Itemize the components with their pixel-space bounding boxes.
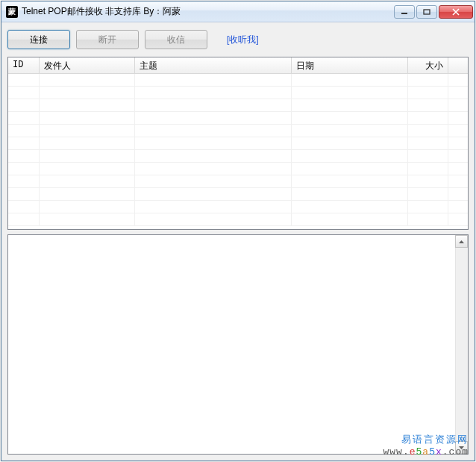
app-icon: 蒙 xyxy=(6,6,18,18)
list-row[interactable] xyxy=(8,112,468,125)
list-row[interactable] xyxy=(8,188,468,201)
column-header-date[interactable]: 日期 xyxy=(292,57,408,73)
scrollbar-vertical[interactable] xyxy=(455,235,468,454)
column-header-id[interactable]: ID xyxy=(8,57,40,73)
app-window: 蒙 Telnet POP邮件接收 非支持库 By：阿蒙 连接 断开 收信 [收听… xyxy=(1,1,475,461)
receive-button[interactable]: 收信 xyxy=(145,30,207,49)
column-header-size[interactable]: 大小 xyxy=(408,57,448,73)
disconnect-button[interactable]: 断开 xyxy=(76,30,139,49)
list-row[interactable] xyxy=(8,175,468,188)
maximize-button[interactable] xyxy=(416,5,437,19)
minimize-button[interactable] xyxy=(394,5,415,19)
list-row[interactable] xyxy=(8,137,468,150)
mail-listview[interactable]: ID 发件人 主题 日期 大小 xyxy=(7,57,469,230)
close-button[interactable] xyxy=(439,5,473,19)
list-row[interactable] xyxy=(8,213,468,226)
column-header-subject[interactable]: 主题 xyxy=(135,57,292,73)
listen-link[interactable]: [收听我] xyxy=(227,34,259,46)
column-header-sender[interactable]: 发件人 xyxy=(40,57,135,73)
message-textbox[interactable] xyxy=(8,235,468,454)
chevron-down-icon xyxy=(459,446,464,449)
svg-rect-1 xyxy=(424,10,430,14)
column-header-spacer xyxy=(448,57,468,73)
list-row[interactable] xyxy=(8,87,468,99)
list-row[interactable] xyxy=(8,201,468,213)
listview-body[interactable] xyxy=(8,74,468,229)
list-row[interactable] xyxy=(8,99,468,112)
minimize-icon xyxy=(401,9,408,15)
list-row[interactable] xyxy=(8,74,468,87)
close-icon xyxy=(451,8,460,16)
titlebar[interactable]: 蒙 Telnet POP邮件接收 非支持库 By：阿蒙 xyxy=(1,1,475,22)
scroll-down-button[interactable] xyxy=(455,441,468,454)
list-row[interactable] xyxy=(8,125,468,137)
toolbar: 连接 断开 收信 [收听我] xyxy=(7,28,469,52)
svg-marker-5 xyxy=(459,446,464,449)
list-row[interactable] xyxy=(8,163,468,175)
window-title: Telnet POP邮件接收 非支持库 By：阿蒙 xyxy=(22,5,394,18)
listview-header: ID 发件人 主题 日期 大小 xyxy=(8,57,468,74)
list-row[interactable] xyxy=(8,150,468,163)
chevron-up-icon xyxy=(459,240,464,243)
connect-button[interactable]: 连接 xyxy=(7,30,70,49)
maximize-icon xyxy=(423,9,430,15)
window-controls xyxy=(394,5,473,19)
message-textbox-container xyxy=(7,234,469,455)
svg-marker-4 xyxy=(459,240,464,243)
client-area: 连接 断开 收信 [收听我] ID 发件人 主题 日期 大小 xyxy=(1,22,475,461)
scroll-up-button[interactable] xyxy=(455,235,468,248)
